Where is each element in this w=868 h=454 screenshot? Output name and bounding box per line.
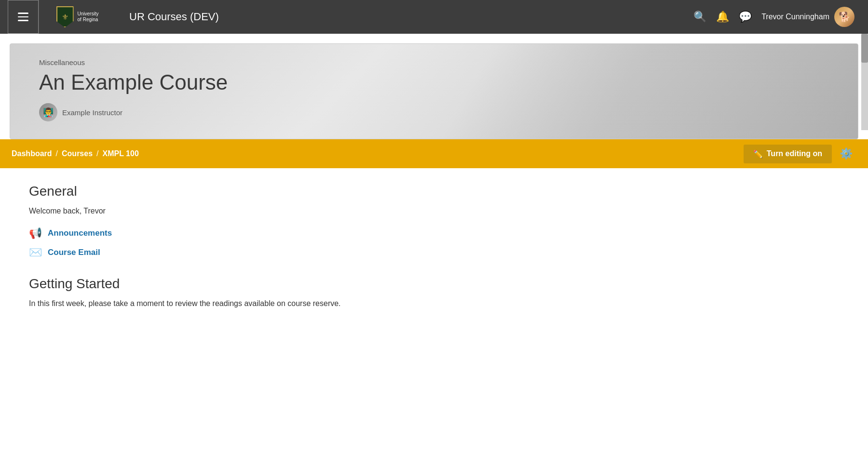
site-title: UR Courses (DEV) [129, 11, 693, 23]
hamburger-icon [18, 13, 28, 21]
nav-right-actions: 🔍 🔔 💬 Trevor Cunningham 🐕 [693, 7, 854, 27]
instructor-info: 👨‍🏫 Example Instructor [39, 103, 839, 121]
university-logo[interactable]: Universityof Regina [39, 0, 116, 34]
breadcrumb: Dashboard / Courses / XMPL 100 [12, 149, 139, 158]
university-name: Universityof Regina [78, 11, 99, 23]
top-navigation: Universityof Regina UR Courses (DEV) 🔍 🔔… [0, 0, 868, 34]
user-menu[interactable]: Trevor Cunningham 🐕 [761, 7, 854, 27]
breadcrumb-bar: Dashboard / Courses / XMPL 100 ✏️ Turn e… [0, 139, 868, 168]
edit-icon: ✏️ [753, 149, 763, 159]
breadcrumb-actions: ✏️ Turn editing on ⚙️ [744, 144, 856, 164]
shield-icon [56, 6, 74, 27]
university-label: Universityof Regina [78, 11, 99, 23]
course-title: An Example Course [39, 70, 839, 94]
welcome-message: Welcome back, Trevor [29, 207, 839, 215]
getting-started-title: Getting Started [29, 276, 839, 292]
course-email-item: ✉️ Course Email [29, 246, 839, 259]
breadcrumb-sep-1: / [56, 149, 58, 158]
shield-logo [56, 6, 74, 27]
messages-icon[interactable]: 💬 [739, 11, 752, 23]
main-content: General Welcome back, Trevor 📢 Announcem… [0, 168, 868, 323]
course-category: Miscellaneous [39, 58, 839, 67]
avatar: 🐕 [834, 7, 854, 27]
scrollbar-thumb[interactable] [861, 34, 868, 63]
instructor-avatar: 👨‍🏫 [39, 103, 57, 121]
turn-editing-label: Turn editing on [767, 149, 822, 158]
getting-started-description: In this first week, please take a moment… [29, 299, 839, 308]
user-name: Trevor Cunningham [761, 13, 829, 21]
breadcrumb-current: XMPL 100 [103, 149, 139, 158]
email-icon: ✉️ [29, 246, 42, 259]
gear-icon: ⚙️ [840, 147, 853, 160]
announcements-item: 📢 Announcements [29, 227, 839, 240]
course-links-list: 📢 Announcements ✉️ Course Email [29, 227, 839, 259]
turn-editing-on-button[interactable]: ✏️ Turn editing on [744, 145, 832, 163]
general-section-title: General [29, 184, 839, 199]
settings-button[interactable]: ⚙️ [836, 144, 856, 164]
breadcrumb-sep-2: / [96, 149, 98, 158]
search-icon[interactable]: 🔍 [693, 11, 706, 23]
breadcrumb-courses[interactable]: Courses [62, 149, 93, 158]
scrollbar[interactable] [861, 34, 868, 130]
course-hero-banner: Miscellaneous An Example Course 👨‍🏫 Exam… [10, 43, 858, 139]
announcements-link[interactable]: Announcements [48, 228, 112, 238]
announcements-icon: 📢 [29, 227, 42, 240]
course-email-link[interactable]: Course Email [48, 248, 100, 257]
breadcrumb-dashboard[interactable]: Dashboard [12, 149, 52, 158]
notifications-icon[interactable]: 🔔 [716, 11, 729, 23]
hamburger-menu-button[interactable] [8, 0, 39, 34]
instructor-name: Example Instructor [62, 108, 122, 117]
